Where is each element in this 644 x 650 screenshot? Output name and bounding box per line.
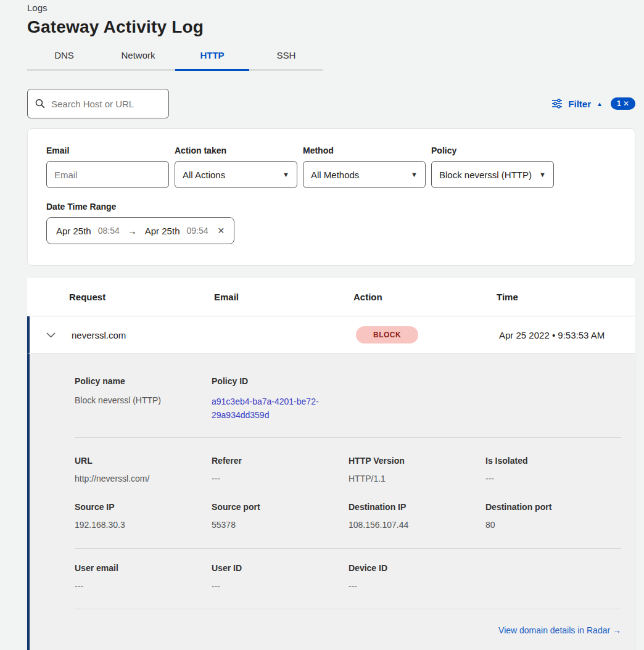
radar-link[interactable]: View domain details in Radar → <box>498 625 621 635</box>
url-field: URL http://neverssl.com/ <box>75 456 212 483</box>
row-action: BLOCK <box>356 326 499 344</box>
filter-collapse-caret-icon[interactable]: ▲ <box>597 101 603 107</box>
filter-count: 1 <box>617 99 621 108</box>
user-email-label: User email <box>75 563 212 573</box>
start-time[interactable]: 08:54 <box>98 226 120 236</box>
tab-ssh[interactable]: SSH <box>249 50 323 70</box>
http-details-section: URL http://neverssl.com/ Referer --- HTT… <box>75 456 621 483</box>
tab-dns[interactable]: DNS <box>27 50 101 70</box>
table-row[interactable]: neverssl.com BLOCK Apr 25 2022 • 9:53:53… <box>27 316 635 354</box>
device-id-label: Device ID <box>349 563 485 573</box>
search-box <box>27 89 169 118</box>
destination-port-label: Destination port <box>485 502 622 512</box>
tab-bar: DNS Network HTTP SSH <box>27 50 323 70</box>
http-version-field: HTTP Version HTTP/1.1 <box>349 456 485 483</box>
policy-name-field: Policy name Block neverssl (HTTP) <box>75 376 212 422</box>
destination-port-value: 80 <box>485 520 622 530</box>
http-version-value: HTTP/1.1 <box>349 474 485 483</box>
network-details-section: Source IP 192.168.30.3 Source port 55378… <box>75 502 621 530</box>
action-taken-select[interactable]: All Actions ▼ <box>175 161 297 188</box>
divider <box>75 437 621 438</box>
table-header-row: Request Email Action Time <box>27 278 635 316</box>
policy-select[interactable]: Block neverssl (HTTP) ▼ <box>431 161 554 188</box>
end-date[interactable]: Apr 25th <box>145 226 180 236</box>
page-content: Logs Gateway Activity Log DNS Network HT… <box>0 0 644 650</box>
col-header-time: Time <box>497 292 635 302</box>
search-icon <box>35 99 45 109</box>
divider <box>75 548 621 549</box>
row-expand-chevron-icon[interactable] <box>30 332 72 338</box>
policy-id-field: Policy ID a91c3eb4-ba7a-4201-be72-29a934… <box>212 376 349 422</box>
row-time: Apr 25 2022 • 9:53:53 AM <box>499 330 635 340</box>
referer-label: Referer <box>212 456 349 466</box>
chevron-down-icon: ▼ <box>539 171 546 178</box>
method-select[interactable]: All Methods ▼ <box>303 161 426 188</box>
date-range-picker[interactable]: Apr 25th 08:54 → Apr 25th 09:54 ✕ <box>46 217 234 244</box>
source-port-value: 55378 <box>212 520 349 530</box>
start-date[interactable]: Apr 25th <box>56 226 91 236</box>
tab-http[interactable]: HTTP <box>175 50 249 70</box>
user-email-field: User email --- <box>75 563 212 591</box>
email-field[interactable] <box>46 161 169 188</box>
policy-name-label: Policy name <box>75 376 212 386</box>
is-isolated-value: --- <box>485 474 622 483</box>
url-value: http://neverssl.com/ <box>75 474 212 483</box>
user-id-label: User ID <box>212 563 349 573</box>
device-id-value: --- <box>349 581 485 591</box>
filter-fields-row: Email Action taken All Actions ▼ Method … <box>46 146 616 188</box>
destination-port-field: Destination port 80 <box>485 502 622 530</box>
filter-clear-icon[interactable]: ✕ <box>623 99 629 108</box>
col-header-action: Action <box>353 292 497 302</box>
action-taken-value: All Actions <box>183 170 225 180</box>
clear-date-range-icon[interactable]: ✕ <box>218 226 225 236</box>
source-ip-value: 192.168.30.3 <box>75 520 212 530</box>
http-version-label: HTTP Version <box>349 456 485 466</box>
device-id-field: Device ID --- <box>349 563 485 591</box>
filter-field-policy: Policy Block neverssl (HTTP) ▼ <box>431 146 554 188</box>
breadcrumb[interactable]: Logs <box>27 2 635 13</box>
filter-button-label[interactable]: Filter <box>568 99 591 109</box>
activity-table: Request Email Action Time neverssl.com B… <box>27 278 635 650</box>
source-ip-label: Source IP <box>75 502 212 512</box>
destination-ip-field: Destination IP 108.156.107.44 <box>349 502 485 530</box>
col-header-email: Email <box>214 292 353 302</box>
destination-ip-label: Destination IP <box>349 502 485 512</box>
policy-id-label: Policy ID <box>212 376 349 386</box>
filter-control[interactable]: Filter ▲ 1 ✕ <box>551 97 635 110</box>
referer-field: Referer --- <box>212 456 349 483</box>
user-id-field: User ID --- <box>212 563 349 591</box>
range-arrow-icon: → <box>126 226 138 236</box>
destination-ip-value: 108.156.107.44 <box>349 520 485 530</box>
filter-panel: Email Action taken All Actions ▼ Method … <box>27 128 635 266</box>
policy-section: Policy name Block neverssl (HTTP) Policy… <box>75 376 621 422</box>
page-title: Gateway Activity Log <box>27 17 635 37</box>
policy-value: Block neverssl (HTTP) <box>439 170 532 180</box>
col-header-request: Request <box>69 292 214 302</box>
source-port-field: Source port 55378 <box>212 502 349 530</box>
method-label: Method <box>303 146 426 155</box>
policy-id-link[interactable]: a91c3eb4-ba7a-4201-be72-29a934dd359d <box>212 395 335 422</box>
source-port-label: Source port <box>212 502 349 512</box>
divider <box>75 609 621 609</box>
filter-field-method: Method All Methods ▼ <box>303 146 426 188</box>
chevron-down-icon: ▼ <box>411 171 418 178</box>
policy-name-value: Block neverssl (HTTP) <box>75 395 212 405</box>
is-isolated-field: Is Isolated --- <box>485 456 622 483</box>
tab-network[interactable]: Network <box>101 50 175 70</box>
url-label: URL <box>75 456 212 466</box>
radar-link-row: View domain details in Radar → <box>75 625 621 636</box>
is-isolated-label: Is Isolated <box>485 456 622 466</box>
source-ip-field: Source IP 192.168.30.3 <box>75 502 212 530</box>
user-details-section: User email --- User ID --- Device ID --- <box>75 563 621 591</box>
filter-count-badge[interactable]: 1 ✕ <box>611 97 635 110</box>
block-status-badge: BLOCK <box>356 326 418 344</box>
email-field-label: Email <box>46 146 169 155</box>
end-time[interactable]: 09:54 <box>186 226 208 236</box>
date-time-range-group: Date Time Range Apr 25th 08:54 → Apr 25t… <box>46 202 616 244</box>
search-filter-row: Filter ▲ 1 ✕ <box>27 89 635 118</box>
chevron-down-icon: ▼ <box>283 171 289 178</box>
filter-sliders-icon <box>551 99 563 109</box>
search-input[interactable] <box>51 99 161 109</box>
row-request: neverssl.com <box>72 330 217 340</box>
referer-value: --- <box>212 474 349 483</box>
